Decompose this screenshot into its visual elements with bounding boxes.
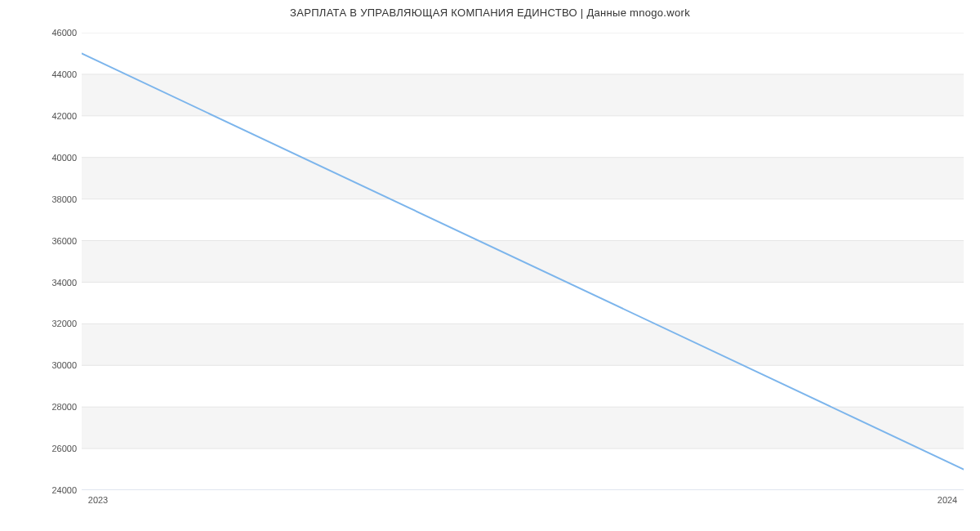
y-tick-46000: 46000 (28, 28, 77, 38)
y-tick-24000: 24000 (28, 485, 77, 495)
y-tick-42000: 42000 (28, 111, 77, 121)
svg-rect-4 (82, 74, 964, 116)
y-tick-36000: 36000 (28, 236, 77, 246)
x-tick-2024: 2024 (938, 495, 957, 505)
y-tick-32000: 32000 (28, 319, 77, 328)
svg-rect-3 (82, 158, 964, 199)
svg-rect-1 (82, 324, 964, 365)
y-tick-44000: 44000 (28, 69, 77, 79)
y-tick-40000: 40000 (28, 153, 77, 163)
chart-container: ЗАРПЛАТА В УПРАВЛЯЮЩАЯ КОМПАНИЯ ЕДИНСТВО… (0, 0, 980, 531)
plot-area (82, 33, 964, 490)
svg-rect-0 (82, 407, 964, 448)
x-tick-2023: 2023 (88, 495, 108, 505)
y-tick-28000: 28000 (28, 402, 77, 412)
chart-title: ЗАРПЛАТА В УПРАВЛЯЮЩАЯ КОМПАНИЯ ЕДИНСТВО… (0, 7, 980, 19)
y-tick-34000: 34000 (28, 278, 77, 288)
y-tick-30000: 30000 (28, 360, 77, 370)
chart-svg (82, 33, 964, 490)
y-tick-38000: 38000 (28, 194, 77, 204)
y-tick-26000: 26000 (28, 444, 77, 453)
